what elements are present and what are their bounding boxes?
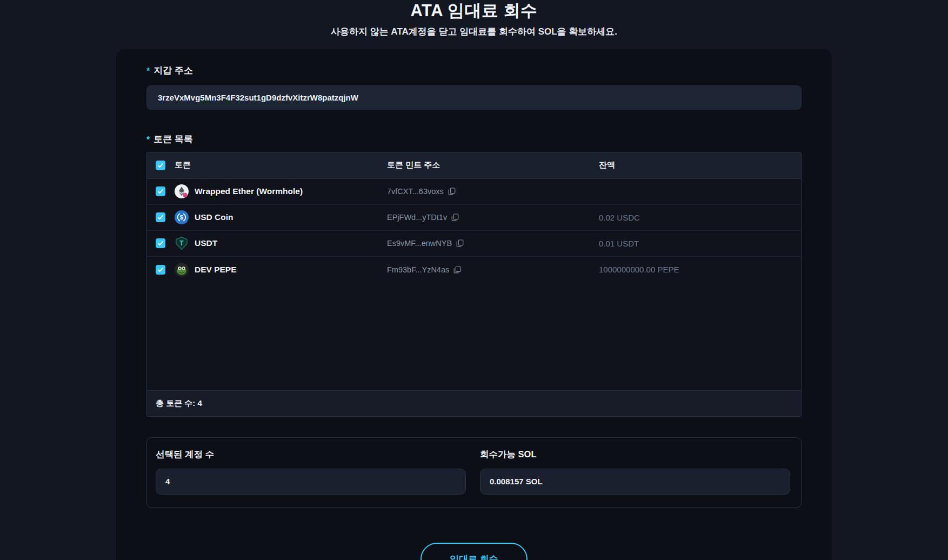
column-header-mint: 토큰 민트 주소 (387, 160, 599, 170)
copy-icon[interactable] (451, 214, 459, 221)
token-mint-address: EPjFWd...yTDt1v (387, 213, 447, 222)
table-row[interactable]: T USDT Es9vMF...enwNYB 0.01 USDT (147, 231, 801, 257)
token-name: USD Coin (195, 212, 233, 222)
copy-icon[interactable] (453, 266, 461, 274)
token-name: USDT (195, 238, 217, 248)
recover-rent-button[interactable]: 임대료 회수 (420, 543, 528, 560)
token-list-label: * 토큰 목록 (146, 133, 802, 145)
usdc-token-icon: $ (175, 210, 189, 224)
recoverable-sol-field: 회수가능 SOL (480, 449, 790, 495)
total-token-count: 총 토큰 수: 4 (156, 398, 202, 409)
page-subtitle: 사용하지 않는 ATA계정을 닫고 임대료를 회수하여 SOL을 확보하세요. (0, 25, 948, 38)
action-row: 임대료 회수 (146, 543, 802, 560)
selected-accounts-label: 선택된 계정 수 (156, 449, 466, 461)
copy-icon[interactable] (448, 188, 456, 195)
pepe-token-icon (175, 263, 189, 277)
column-header-token: 토큰 (175, 160, 387, 170)
summary-panel: 선택된 계정 수 회수가능 SOL (146, 437, 802, 508)
usdt-token-icon: T (175, 236, 189, 250)
token-table-header: 토큰 토큰 민트 주소 잔액 (147, 152, 801, 179)
row-checkbox[interactable] (156, 265, 165, 275)
check-icon (157, 215, 164, 220)
token-balance: 0.02 USDC (599, 213, 792, 222)
required-asterisk: * (146, 135, 150, 145)
token-table-footer: 총 토큰 수: 4 (147, 390, 801, 416)
table-empty-space (147, 283, 801, 390)
check-icon (157, 267, 164, 272)
svg-text:T: T (179, 239, 184, 247)
token-mint-address: Fm93bF...YzN4as (387, 265, 449, 274)
column-header-balance: 잔액 (599, 160, 792, 170)
row-checkbox[interactable] (156, 238, 165, 248)
wallet-address-input[interactable] (146, 85, 802, 110)
token-balance: 1000000000.00 PEPE (599, 265, 792, 274)
table-row[interactable]: Wrapped Ether (Wormhole) 7vfCXT...63voxs (147, 179, 801, 205)
check-icon (157, 189, 164, 194)
main-card: * 지갑 주소 * 토큰 목록 토큰 토큰 민트 주소 잔액 Wrapped E… (116, 49, 832, 560)
token-list-label-text: 토큰 목록 (153, 133, 193, 145)
check-icon (157, 163, 164, 168)
wallet-address-label: * 지갑 주소 (146, 64, 802, 77)
token-table: 토큰 토큰 민트 주소 잔액 Wrapped Ether (Wormhole) … (146, 152, 802, 417)
selected-accounts-field: 선택된 계정 수 (156, 449, 466, 495)
row-checkbox[interactable] (156, 186, 165, 196)
token-balance: 0.01 USDT (599, 239, 792, 248)
wallet-address-label-text: 지갑 주소 (153, 64, 193, 77)
eth-token-icon (175, 184, 189, 198)
token-mint-address: 7vfCXT...63voxs (387, 187, 444, 196)
recoverable-sol-label: 회수가능 SOL (480, 449, 790, 461)
recoverable-sol-input[interactable] (480, 469, 790, 495)
svg-text:$: $ (180, 214, 184, 221)
check-icon (157, 241, 164, 246)
token-name: Wrapped Ether (Wormhole) (195, 186, 303, 196)
token-table-body: Wrapped Ether (Wormhole) 7vfCXT...63voxs… (147, 179, 801, 283)
required-asterisk: * (146, 66, 150, 76)
selected-accounts-input[interactable] (156, 469, 466, 495)
page-header: ATA 임대료 회수 사용하지 않는 ATA계정을 닫고 임대료를 회수하여 S… (0, 0, 948, 38)
token-mint-address: Es9vMF...enwNYB (387, 239, 452, 248)
page-title: ATA 임대료 회수 (0, 1, 948, 21)
table-row[interactable]: DEV PEPE Fm93bF...YzN4as 1000000000.00 P… (147, 257, 801, 283)
table-row[interactable]: $ USD Coin EPjFWd...yTDt1v 0.02 USDC (147, 205, 801, 231)
token-name: DEV PEPE (195, 265, 237, 275)
row-checkbox[interactable] (156, 212, 165, 222)
copy-icon[interactable] (456, 239, 464, 247)
select-all-checkbox[interactable] (156, 161, 165, 170)
